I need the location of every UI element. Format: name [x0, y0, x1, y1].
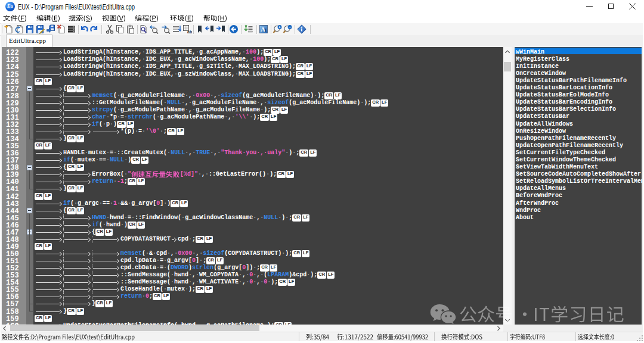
svg-text:ab: ab — [187, 30, 192, 34]
